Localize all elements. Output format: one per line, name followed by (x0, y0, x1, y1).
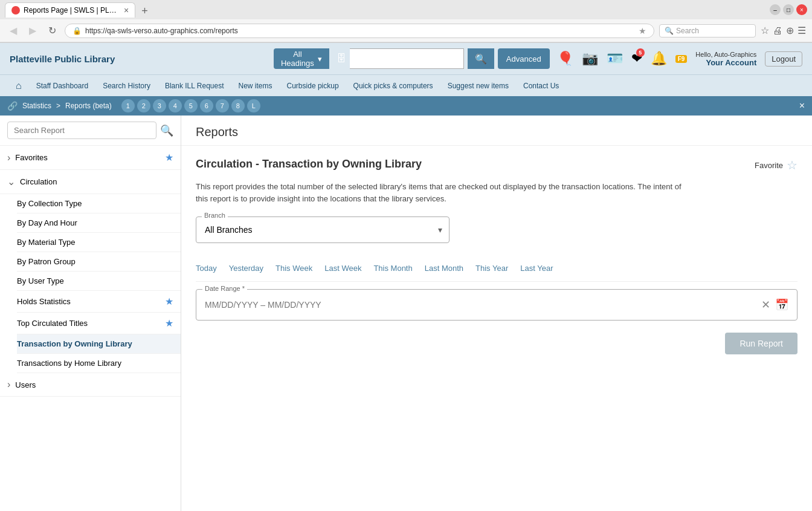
sidebar-item-by-day-and-hour[interactable]: By Day And Hour (17, 213, 181, 233)
heading-dropdown-btn[interactable]: All Headings ▾ (274, 48, 329, 69)
sidebar-item-transactions-by-home-library[interactable]: Transactions by Home Library (17, 354, 181, 373)
sidebar-search-input[interactable] (7, 122, 156, 139)
users-expand-icon: › (7, 379, 10, 390)
breadcrumb-statistics[interactable]: Statistics (22, 102, 51, 110)
sidebar-item-favorites[interactable]: › Favorites ★ (0, 146, 181, 170)
nav-suggest[interactable]: Suggest new items (442, 78, 515, 94)
favorite-btn[interactable]: Favorite ☆ (755, 158, 798, 172)
back-btn[interactable]: ◀ (6, 24, 21, 37)
sidebar-item-holds-statistics[interactable]: Holds Statistics ★ (17, 291, 181, 313)
favorites-star-icon[interactable]: ★ (165, 152, 173, 163)
page-num-1[interactable]: 1 (121, 99, 135, 112)
report-description: This report provides the total number of… (196, 181, 691, 204)
sidebar-item-top-circulated-titles[interactable]: Top Circulated Titles ★ (17, 313, 181, 334)
date-range-container: Date Range * ✕ 📅 (196, 289, 798, 321)
browser-tabs: Reports Page | SWLS | PLATT | A... × + (5, 2, 153, 18)
calendar-icon[interactable]: 📅 (775, 298, 788, 311)
users-label: Users (15, 380, 173, 389)
close-btn[interactable]: × (796, 4, 807, 15)
menu-btn[interactable]: ☰ (798, 25, 806, 36)
sidebar-item-users[interactable]: › Users (0, 373, 181, 397)
logout-btn[interactable]: Logout (765, 51, 802, 67)
branch-label: Branch (202, 212, 228, 219)
sidebar-item-by-material-type[interactable]: By Material Type (17, 233, 181, 252)
tab-close-btn[interactable]: × (124, 5, 129, 15)
heart-icon[interactable]: ❤ 5 (631, 51, 642, 67)
date-tab-today[interactable]: Today (196, 261, 217, 275)
nav-new-items[interactable]: New items (233, 78, 279, 94)
search-icon: 🔍 (475, 53, 487, 65)
breadcrumb-link-icon: 🔗 (7, 101, 18, 111)
forward-btn[interactable]: ▶ (25, 24, 40, 37)
page-num-2[interactable]: 2 (137, 99, 150, 112)
main-search-btn[interactable]: 🔍 (468, 48, 494, 69)
top-circulated-titles-label: Top Circulated Titles (17, 319, 165, 328)
nav-curbside[interactable]: Curbside pickup (281, 78, 345, 94)
bell-icon[interactable]: 🔔 (651, 51, 667, 67)
breadcrumb-reports-beta[interactable]: Reports (beta) (65, 102, 112, 110)
nav-blank-ill[interactable]: Blank ILL Request (159, 78, 230, 94)
sidebar-item-by-collection-type[interactable]: By Collection Type (17, 194, 181, 213)
maximize-btn[interactable]: □ (783, 4, 794, 15)
url-bar[interactable]: 🔒 https://qa-swls-verso.auto-graphics.co… (65, 24, 654, 38)
page-num-7[interactable]: 7 (216, 99, 229, 112)
circulation-expand-icon: ⌄ (7, 176, 15, 187)
nav-staff-dashboard[interactable]: Staff Dashboard (30, 78, 95, 94)
browser-tab-active[interactable]: Reports Page | SWLS | PLATT | A... × (5, 2, 135, 18)
sidebar-item-by-user-type[interactable]: By User Type (17, 272, 181, 291)
nav-contact[interactable]: Contact Us (517, 78, 565, 94)
main-search-input[interactable] (350, 48, 464, 69)
branch-select[interactable]: All Branches (196, 216, 450, 243)
extensions-btn[interactable]: ⊕ (786, 25, 794, 36)
date-range-input[interactable] (205, 300, 756, 310)
nav-search-history[interactable]: Search History (97, 78, 156, 94)
app-header: Platteville Public Library All Headings … (0, 43, 812, 74)
sidebar-item-circulation[interactable]: ⌄ Circulation (0, 170, 181, 194)
date-tab-last-year[interactable]: Last Year (520, 261, 553, 275)
page-num-3[interactable]: 3 (153, 99, 166, 112)
page-num-L[interactable]: L (247, 99, 260, 112)
page-title: Reports (196, 125, 798, 139)
favorite-star-icon[interactable]: ☆ (787, 158, 798, 172)
sidebar-search-area: 🔍 (0, 116, 181, 146)
branch-field: Branch All Branches ▾ (196, 216, 450, 243)
date-tab-this-month[interactable]: This Month (373, 261, 412, 275)
page-num-4[interactable]: 4 (169, 99, 182, 112)
sidebar-item-transaction-by-owning-library[interactable]: Transaction by Owning Library (17, 334, 181, 354)
date-tab-yesterday[interactable]: Yesterday (229, 261, 263, 275)
sidebar-item-by-patron-group[interactable]: By Patron Group (17, 252, 181, 272)
date-range-clear-icon[interactable]: ✕ (761, 298, 770, 311)
bookmarks-btn[interactable]: ☆ (761, 25, 769, 36)
sidebar-search-icon[interactable]: 🔍 (160, 124, 173, 137)
new-tab-btn[interactable]: + (137, 5, 153, 18)
run-report-btn[interactable]: Run Report (725, 333, 798, 354)
nav-home-btn[interactable]: ⌂ (10, 77, 28, 95)
advanced-btn[interactable]: Advanced (498, 48, 550, 69)
date-tab-last-month[interactable]: Last Month (425, 261, 463, 275)
by-material-type-label: By Material Type (17, 238, 173, 247)
camera-icon[interactable]: 📷 (582, 51, 598, 67)
top-circulated-titles-star-icon[interactable]: ★ (165, 317, 173, 329)
page-num-5[interactable]: 5 (184, 99, 198, 112)
refresh-btn[interactable]: ↻ (45, 24, 60, 37)
f9-badge: F9 (675, 55, 688, 63)
main-layout: 🔍 › Favorites ★ ⌄ Circulation By Collect… (0, 116, 812, 511)
holds-statistics-star-icon[interactable]: ★ (165, 296, 173, 307)
by-collection-type-label: By Collection Type (17, 199, 173, 208)
date-tab-this-year[interactable]: This Year (475, 261, 508, 275)
transactions-by-home-library-label: Transactions by Home Library (17, 359, 173, 368)
page-numbers: 1 2 3 4 5 6 7 8 L (121, 99, 260, 112)
print-btn[interactable]: 🖨 (773, 25, 782, 36)
heading-dropdown-label: All Headings (281, 50, 314, 68)
nav-quick-picks[interactable]: Quick picks & computers (347, 78, 439, 94)
date-tab-this-week[interactable]: This Week (276, 261, 312, 275)
browser-search-box[interactable]: 🔍 Search (659, 24, 756, 37)
page-num-6[interactable]: 6 (200, 99, 213, 112)
account-link[interactable]: Your Account (695, 58, 756, 67)
date-tab-last-week[interactable]: Last Week (324, 261, 361, 275)
minimize-btn[interactable]: – (770, 4, 781, 15)
hotair-balloon-icon[interactable]: 🎈 (557, 51, 573, 67)
close-breadcrumb-btn[interactable]: × (799, 100, 805, 111)
page-num-8[interactable]: 8 (231, 99, 245, 112)
id-card-icon[interactable]: 🪪 (607, 51, 623, 67)
